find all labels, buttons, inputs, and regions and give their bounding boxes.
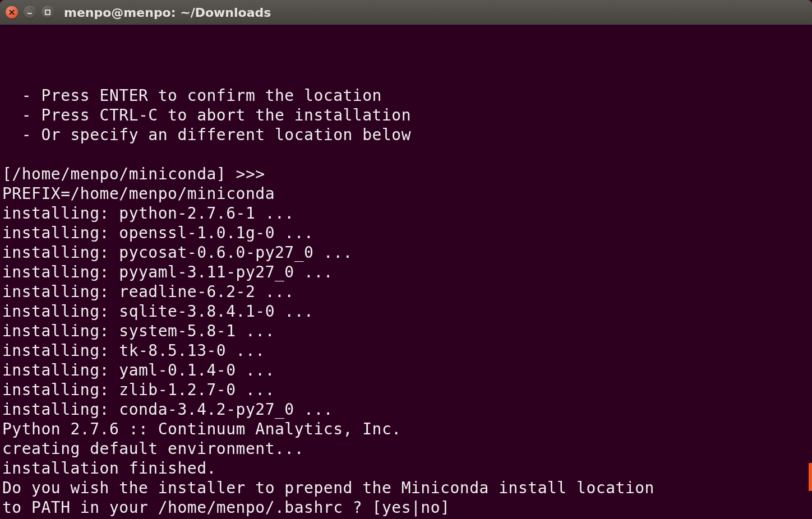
terminal-line: installation finished. <box>2 458 810 478</box>
close-icon[interactable] <box>6 6 18 18</box>
scrollbar-handle[interactable] <box>809 463 812 491</box>
maximize-icon[interactable] <box>41 6 54 18</box>
terminal-line: creating default environment... <box>2 439 810 458</box>
terminal-line: [/home/menpo/miniconda] >>> <box>2 164 810 184</box>
terminal-line: installing: conda-3.4.2-py27_0 ... <box>2 400 810 419</box>
window-titlebar: menpo@menpo: ~/Downloads <box>0 0 812 25</box>
window-controls <box>6 6 54 18</box>
window-title: menpo@menpo: ~/Downloads <box>64 6 271 20</box>
terminal-line: installing: yaml-0.1.4-0 ... <box>2 360 810 380</box>
terminal-line: installing: openssl-1.0.1g-0 ... <box>2 223 810 243</box>
terminal-line: - Press ENTER to confirm the location <box>2 86 810 105</box>
terminal-line: Do you wish the installer to prepend the… <box>2 478 810 498</box>
terminal-line <box>2 66 810 86</box>
terminal-line: installing: system-5.8-1 ... <box>2 321 810 341</box>
minimize-icon[interactable] <box>24 6 36 18</box>
terminal-line: installing: sqlite-3.8.4.1-0 ... <box>2 302 810 321</box>
terminal-line: Python 2.7.6 :: Continuum Analytics, Inc… <box>2 419 810 439</box>
terminal-line: installing: zlib-1.2.7-0 ... <box>2 380 810 400</box>
terminal-line: - Or specify an different location below <box>2 125 810 145</box>
terminal-line: - Press CTRL-C to abort the installation <box>2 105 810 125</box>
terminal-output: - Press ENTER to confirm the location - … <box>2 66 810 517</box>
terminal-line <box>2 145 810 164</box>
terminal-line: to PATH in your /home/menpo/.bashrc ? [y… <box>2 498 810 517</box>
terminal-line: installing: python-2.7.6-1 ... <box>2 203 810 223</box>
terminal-line: installing: readline-6.2-2 ... <box>2 282 810 302</box>
terminal-area[interactable]: - Press ENTER to confirm the location - … <box>0 25 812 519</box>
svg-rect-0 <box>45 10 50 15</box>
terminal-line: PREFIX=/home/menpo/miniconda <box>2 184 810 203</box>
terminal-line: installing: pyyaml-3.11-py27_0 ... <box>2 262 810 282</box>
terminal-line: installing: pycosat-0.6.0-py27_0 ... <box>2 243 810 262</box>
terminal-line: installing: tk-8.5.13-0 ... <box>2 341 810 360</box>
